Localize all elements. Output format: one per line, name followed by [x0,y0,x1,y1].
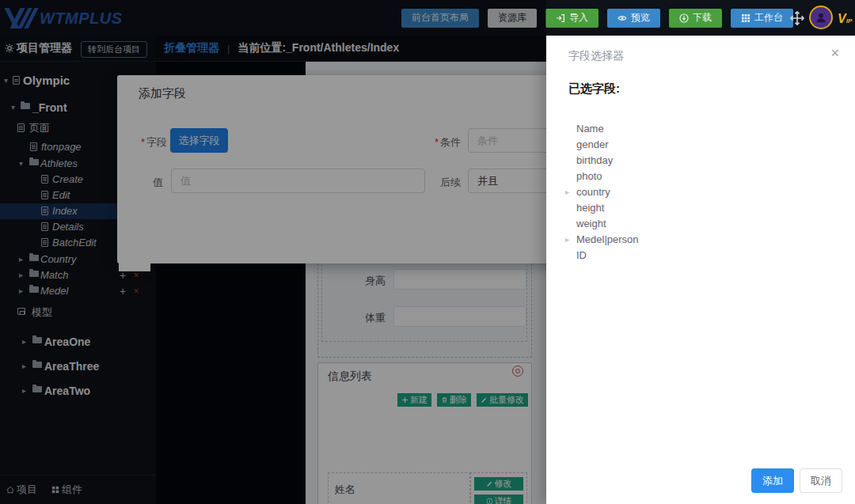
field-item-gender[interactable]: gender [546,137,855,153]
download-icon [679,13,689,23]
field-item-medel-person[interactable]: ▸Medel|person [546,232,855,248]
chevron-right-icon[interactable]: ▸ [565,184,569,200]
import-icon [556,13,565,23]
field-item-name[interactable]: Name [546,121,855,137]
vip-badge: VIP [838,13,852,28]
chevron-right-icon[interactable]: ▸ [565,232,569,248]
user-avatar[interactable] [809,6,833,29]
workbench-button[interactable]: 工作台 [731,9,793,28]
add-button[interactable]: 添加 [751,468,794,493]
field-item-id[interactable]: ID [546,248,855,263]
selected-fields-heading: 已选字段: [568,81,620,97]
eye-icon [618,13,627,23]
field-item-weight[interactable]: weight [546,216,855,232]
move-handle-icon[interactable] [790,10,804,25]
drawer-title: 字段选择器 [568,49,624,63]
preview-button[interactable]: 预览 [607,9,660,28]
field-item-height[interactable]: height [546,200,855,216]
app-screen: WTMPLUS 前台首页布局 资源库 导入 预览 下载 工作台 VIP 项目管理… [0,0,855,504]
field-item-country[interactable]: ▸country [546,184,855,200]
import-button[interactable]: 导入 [545,9,598,28]
cancel-button[interactable]: 取消 [800,468,842,493]
close-icon[interactable]: × [830,45,839,61]
grid-icon [741,13,750,23]
field-selector-drawer: 字段选择器 × 已选字段: Name gender birthday photo… [546,36,855,504]
drawer-mask [0,0,546,504]
download-button[interactable]: 下载 [669,9,722,28]
field-item-birthday[interactable]: birthday [546,153,855,169]
person-icon [815,11,827,24]
field-item-photo[interactable]: photo [546,169,855,184]
